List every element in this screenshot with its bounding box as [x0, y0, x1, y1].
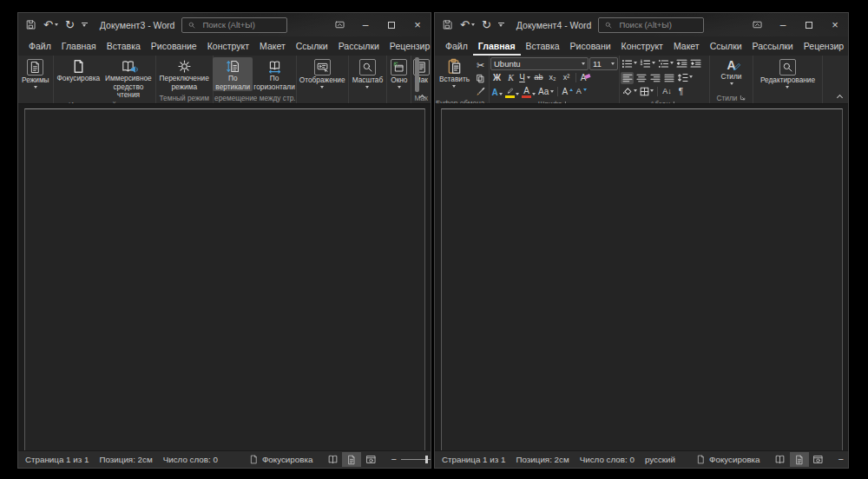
web-layout-button[interactable] — [361, 452, 380, 467]
search-box[interactable] — [181, 17, 287, 33]
styles-button[interactable]: А Стили — [719, 57, 745, 85]
modes-button[interactable]: Режимы — [19, 57, 52, 89]
switch-mode-button[interactable]: Переключение режима — [157, 57, 212, 91]
superscript-button[interactable]: x² — [560, 72, 573, 84]
underline-button[interactable]: Ч — [518, 72, 531, 84]
customize-qat-button[interactable] — [82, 23, 88, 27]
tab-file[interactable]: Файл — [440, 36, 473, 56]
numbering-button[interactable] — [639, 58, 656, 70]
status-page-number[interactable]: Страница 1 из 1 — [442, 455, 505, 464]
tab-review[interactable]: Рецензир — [799, 36, 848, 56]
subscript-button[interactable]: x₂ — [546, 72, 559, 84]
shading-button[interactable] — [621, 86, 638, 98]
align-center-button[interactable] — [635, 72, 648, 84]
tab-file[interactable]: Файл — [23, 36, 56, 56]
zoom-slider-thumb[interactable] — [425, 456, 428, 463]
align-left-button[interactable] — [621, 72, 634, 84]
clear-formatting-button[interactable]: А — [579, 72, 592, 84]
document-page[interactable] — [24, 108, 425, 450]
zoom-out-button[interactable]: − — [838, 455, 844, 464]
status-word-count[interactable]: Число слов: 0 — [163, 455, 218, 464]
status-word-count[interactable]: Число слов: 0 — [580, 455, 635, 464]
close-button[interactable]: × — [404, 13, 431, 36]
focus-mode-button[interactable]: Фокусировка — [249, 455, 313, 464]
paste-button[interactable]: Вставить — [437, 57, 472, 88]
maximize-button[interactable] — [796, 13, 822, 36]
shrink-font-button[interactable]: А — [575, 86, 588, 98]
save-icon[interactable] — [442, 19, 453, 30]
zoom-slider[interactable] — [848, 459, 849, 460]
read-mode-button[interactable] — [771, 452, 790, 467]
tab-design[interactable]: Конструкт — [202, 36, 254, 56]
document-page[interactable] — [441, 108, 843, 450]
font-color-button[interactable]: А — [521, 86, 536, 98]
multilevel-list-button[interactable] — [657, 58, 674, 70]
highlight-button[interactable] — [504, 86, 520, 98]
tab-references[interactable]: Ссылки — [291, 36, 333, 56]
vertical-button[interactable]: По вертикали — [213, 57, 253, 91]
zoom-button[interactable]: Масштаб — [350, 57, 386, 89]
change-case-button[interactable]: Аа — [537, 86, 555, 98]
focus-mode-button[interactable]: Фокусировка — [696, 455, 760, 464]
macros-button[interactable]: Мак — [411, 57, 431, 85]
search-input[interactable] — [201, 19, 281, 30]
align-right-button[interactable] — [648, 72, 661, 84]
print-layout-button[interactable] — [342, 452, 361, 467]
tab-insert[interactable]: Вставка — [102, 36, 146, 56]
ribbon-scrollbar[interactable] — [415, 57, 419, 92]
immersive-reader-button[interactable]: Иммерсивное средство чтения — [102, 57, 155, 100]
editing-button[interactable]: Редактирование — [758, 57, 818, 89]
minimize-button[interactable]: – — [770, 13, 796, 36]
ribbon-display-options-button[interactable] — [744, 13, 770, 36]
zoom-out-button[interactable]: − — [391, 455, 396, 464]
tab-home[interactable]: Главная — [56, 36, 102, 56]
grow-font-button[interactable]: А — [561, 86, 574, 98]
bold-button[interactable]: Ж — [490, 72, 503, 84]
window-button[interactable]: Окно — [388, 57, 410, 89]
redo-icon[interactable]: ↻ — [482, 19, 491, 30]
tab-review[interactable]: Рецензир — [385, 36, 431, 56]
tab-draw[interactable]: Рисование — [146, 36, 202, 56]
print-layout-button[interactable] — [790, 452, 809, 467]
read-mode-button[interactable] — [323, 452, 342, 467]
tab-layout[interactable]: Макет — [668, 36, 705, 56]
close-button[interactable]: × — [822, 13, 848, 36]
zoom-slider[interactable] — [401, 459, 431, 460]
undo-button[interactable]: ↶ — [43, 19, 58, 30]
tab-layout[interactable]: Макет — [254, 36, 291, 56]
search-box[interactable] — [598, 17, 704, 33]
show-marks-button[interactable]: ¶ — [674, 86, 687, 98]
web-layout-button[interactable] — [809, 452, 828, 467]
search-input[interactable] — [617, 19, 698, 30]
decrease-indent-button[interactable] — [675, 58, 688, 70]
tab-home[interactable]: Главная — [473, 36, 521, 56]
font-name-combo[interactable]: Ubuntu — [490, 57, 589, 70]
ribbon-display-options-button[interactable] — [326, 13, 352, 36]
text-effects-button[interactable]: А — [490, 86, 503, 98]
increase-indent-button[interactable] — [689, 58, 702, 70]
dialog-launcher-icon[interactable] — [740, 95, 746, 101]
status-language[interactable]: русский — [645, 455, 675, 464]
customize-qat-button[interactable] — [498, 23, 504, 27]
maximize-button[interactable] — [378, 13, 404, 36]
justify-button[interactable] — [662, 72, 675, 84]
font-size-combo[interactable]: 11 — [589, 57, 618, 70]
tab-draw[interactable]: Рисовани — [565, 36, 616, 56]
line-spacing-button[interactable] — [676, 72, 694, 84]
status-position[interactable]: Позиция: 2см — [99, 455, 152, 464]
format-painter-button[interactable] — [474, 85, 487, 97]
tab-mailings[interactable]: Рассылки — [333, 36, 385, 56]
status-page-number[interactable]: Страница 1 из 1 — [25, 455, 89, 464]
cut-button[interactable]: ✂ — [474, 59, 487, 71]
tab-insert[interactable]: Вставка — [521, 36, 565, 56]
redo-icon[interactable]: ↻ — [65, 19, 75, 30]
borders-button[interactable] — [639, 86, 654, 98]
status-position[interactable]: Позиция: 2см — [516, 455, 569, 464]
horizontal-button[interactable]: По горизонтали — [253, 57, 296, 91]
bullets-button[interactable] — [621, 58, 638, 70]
tab-references[interactable]: Ссылки — [705, 36, 747, 56]
copy-button[interactable] — [474, 72, 487, 84]
tab-mailings[interactable]: Рассылки — [747, 36, 799, 56]
strikethrough-button[interactable]: ab — [532, 72, 545, 84]
display-button[interactable]: Отображение — [297, 57, 348, 89]
